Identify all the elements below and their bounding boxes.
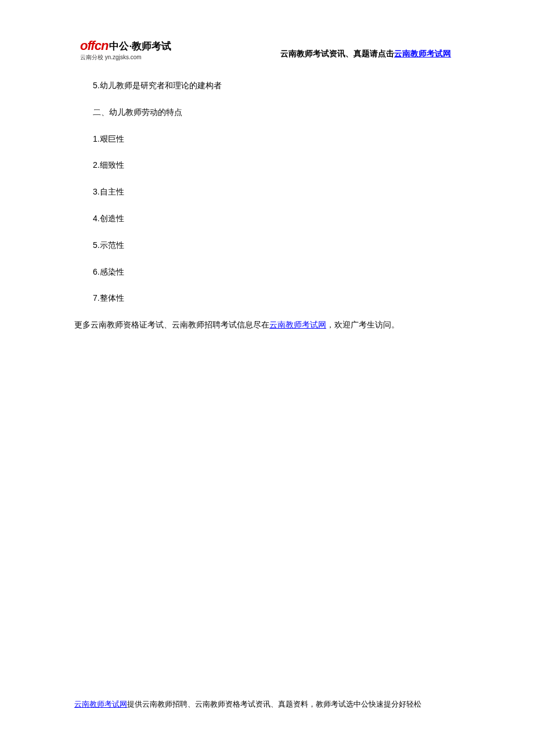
logo-top-row: offcn 中公·教师考试: [80, 39, 171, 52]
page-header: offcn 中公·教师考试 云南分校 yn.zgjsks.com 云南教师考试资…: [0, 0, 534, 62]
list-item: 1.艰巨性: [74, 132, 460, 146]
list-item: 3.自主性: [74, 185, 460, 199]
list-item: 5.示范性: [74, 239, 460, 253]
list-item: 4.创造性: [74, 212, 460, 226]
header-link[interactable]: 云南教师考试网: [394, 49, 451, 58]
list-item: 2.细致性: [74, 159, 460, 172]
closing-paragraph: 更多云南教师资格证考试、云南教师招聘考试信息尽在云南教师考试网，欢迎广考生访问。: [74, 318, 460, 332]
header-right: 云南教师考试资讯、真题请点击云南教师考试网: [280, 49, 451, 62]
header-prefix: 云南教师考试资讯、真题请点击: [280, 49, 394, 58]
logo: offcn 中公·教师考试 云南分校 yn.zgjsks.com: [80, 39, 171, 62]
logo-brand-en: offcn: [80, 39, 108, 52]
closing-before: 更多云南教师资格证考试、云南教师招聘考试信息尽在: [74, 320, 269, 329]
content-line: 5.幼儿教师是研究者和理论的建构者: [74, 79, 460, 93]
page-footer: 云南教师考试网提供云南教师招聘、云南教师资格考试资讯、真题资料，教师考试选中公快…: [74, 699, 460, 710]
footer-suffix: 提供云南教师招聘、云南教师资格考试资讯、真题资料，教师考试选中公快速提分好轻松: [127, 700, 421, 708]
section-heading: 二、幼儿教师劳动的特点: [74, 106, 460, 120]
footer-link[interactable]: 云南教师考试网: [74, 700, 127, 708]
list-item: 7.整体性: [74, 291, 460, 305]
closing-link[interactable]: 云南教师考试网: [269, 320, 326, 329]
logo-brand-cn: 中公·教师考试: [109, 41, 171, 51]
list-item: 6.感染性: [74, 265, 460, 279]
main-content: 5.幼儿教师是研究者和理论的建构者 二、幼儿教师劳动的特点 1.艰巨性 2.细致…: [0, 79, 534, 332]
closing-after: ，欢迎广考生访问。: [326, 320, 399, 329]
logo-subtitle: 云南分校 yn.zgjsks.com: [80, 53, 142, 62]
